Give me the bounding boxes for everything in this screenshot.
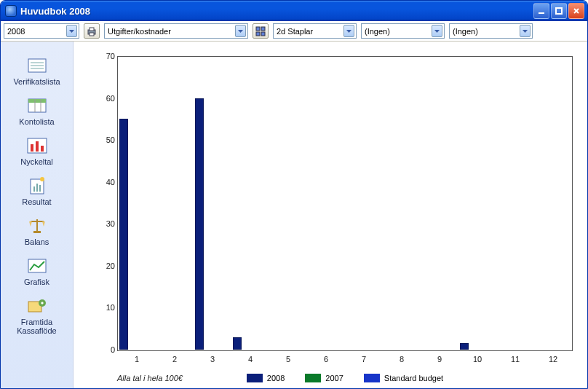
bar — [195, 98, 204, 350]
maximize-button[interactable] — [551, 3, 567, 19]
category-combo[interactable]: Utgifter/kostnader — [104, 23, 248, 39]
year-combo-value: 2008 — [7, 27, 64, 36]
x-tick: 9 — [429, 355, 450, 364]
chart-type-combo[interactable]: 2d Staplar — [273, 23, 357, 39]
y-tick: 50 — [99, 135, 115, 144]
svg-rect-0 — [539, 12, 544, 14]
chevron-down-icon — [520, 25, 531, 37]
sidebar-item-grafisk[interactable]: Grafisk — [4, 252, 71, 292]
svg-rect-6 — [90, 28, 94, 31]
legend-swatch — [247, 374, 263, 382]
sidebar-item-resultat[interactable]: Resultat — [4, 172, 71, 212]
sidebar-item-nyckeltal[interactable]: Nyckeltal — [4, 132, 71, 172]
svg-marker-4 — [69, 30, 74, 33]
y-tick: 20 — [99, 262, 115, 270]
print-button[interactable] — [84, 23, 100, 39]
filter2-combo-value: (Ingen) — [453, 27, 517, 36]
x-tick: 12 — [542, 355, 564, 364]
filter1-combo[interactable]: (Ingen) — [361, 23, 445, 39]
svg-rect-1 — [556, 8, 562, 14]
report-icon — [25, 176, 49, 196]
chevron-down-icon — [66, 25, 77, 37]
printer-icon — [87, 26, 97, 36]
y-tick: 30 — [99, 219, 115, 228]
sidebar-item-verifikatslista[interactable]: Verifikatslista — [4, 52, 71, 92]
chevron-down-icon — [235, 25, 246, 37]
svg-rect-29 — [33, 186, 35, 192]
line-chart-icon — [25, 256, 49, 276]
svg-rect-7 — [90, 33, 94, 36]
sidebar-item-label: Balans — [4, 237, 71, 246]
x-tick: 6 — [315, 355, 337, 364]
sidebar-item-framtida-kassaflode[interactable]: Framtida Kassaflöde — [4, 292, 71, 341]
legend-label: Standard budget — [384, 374, 443, 382]
x-tick: 7 — [353, 355, 375, 364]
plot-frame: 010203040506070123456789101112 — [117, 56, 573, 351]
year-combo[interactable]: 2008 — [4, 23, 79, 39]
legend-label: 2008 — [267, 374, 285, 382]
legend-item: 2008 — [247, 374, 285, 382]
svg-rect-35 — [33, 231, 41, 233]
chevron-down-icon — [432, 25, 442, 37]
y-tick: 40 — [99, 178, 115, 186]
svg-marker-15 — [523, 30, 528, 33]
scales-icon — [25, 216, 49, 236]
svg-rect-31 — [39, 185, 41, 192]
bar — [119, 119, 128, 350]
legend-label: 2007 — [325, 374, 343, 382]
sidebar-item-balans[interactable]: Balans — [4, 212, 71, 252]
x-tick: 1 — [126, 355, 148, 364]
sidebar-item-label: Nyckeltal — [4, 157, 71, 166]
legend-item: Standard budget — [364, 374, 443, 382]
svg-rect-9 — [256, 27, 260, 31]
svg-rect-12 — [261, 32, 265, 36]
bar — [460, 343, 469, 350]
svg-rect-27 — [41, 146, 44, 152]
svg-rect-25 — [31, 144, 33, 152]
sidebar-item-label: Resultat — [4, 197, 71, 206]
sidebar-item-kontolista[interactable]: Kontolista — [4, 92, 71, 132]
window-title: Huvudbok 2008 — [20, 6, 533, 17]
window-buttons — [533, 3, 584, 19]
content: Verifikatslista Kontolista Nyckeltal Res… — [1, 42, 587, 388]
filter2-combo[interactable]: (Ingen) — [449, 23, 533, 39]
x-tick: 11 — [504, 355, 526, 364]
chart-area: 010203040506070123456789101112 Alla tal … — [74, 42, 587, 388]
legend: 20082007Standard budget — [117, 374, 573, 382]
svg-rect-11 — [256, 32, 260, 36]
y-tick: 70 — [99, 52, 115, 60]
svg-rect-26 — [36, 141, 39, 152]
chart-type-combo-value: 2d Staplar — [277, 27, 341, 36]
svg-marker-13 — [346, 30, 351, 33]
toolbar: 2008 Utgifter/kostnader 2d Staplar (Inge… — [1, 21, 587, 42]
svg-rect-21 — [28, 99, 46, 103]
y-tick: 0 — [99, 345, 115, 354]
svg-marker-14 — [434, 30, 440, 33]
y-tick: 60 — [99, 94, 115, 103]
x-tick: 8 — [391, 355, 413, 364]
legend-swatch — [305, 374, 321, 382]
legend-swatch — [364, 374, 380, 382]
svg-point-32 — [40, 177, 44, 181]
spreadsheet-icon — [25, 95, 49, 116]
cashflow-icon — [25, 296, 49, 316]
grid-icon — [255, 26, 266, 36]
close-button[interactable] — [568, 3, 584, 19]
x-tick: 4 — [239, 355, 261, 364]
category-combo-value: Utgifter/kostnader — [108, 27, 233, 36]
sidebar-item-label: Framtida Kassaflöde — [4, 318, 71, 335]
chart-settings-button[interactable] — [253, 23, 269, 39]
document-list-icon — [25, 55, 49, 76]
x-tick: 5 — [277, 355, 299, 364]
filter1-combo-value: (Ingen) — [365, 27, 429, 36]
x-tick: 10 — [466, 355, 488, 364]
x-tick: 2 — [164, 355, 186, 364]
minimize-button[interactable] — [533, 3, 549, 19]
app-icon — [5, 5, 17, 17]
legend-item: 2007 — [305, 374, 343, 382]
bar — [233, 337, 242, 350]
x-tick: 3 — [202, 355, 223, 364]
titlebar: Huvudbok 2008 — [1, 1, 587, 21]
y-tick: 10 — [99, 303, 115, 312]
svg-rect-10 — [261, 27, 265, 31]
